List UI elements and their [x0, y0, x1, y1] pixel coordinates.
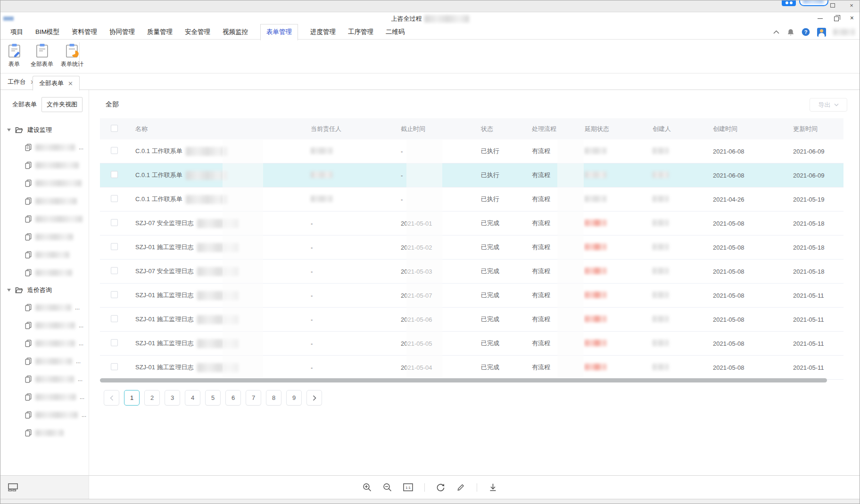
page-button-7[interactable]: 7	[246, 390, 261, 406]
tree-group-construction-supervision[interactable]: 建设监理	[0, 122, 89, 138]
app-close-button[interactable]: ×	[850, 14, 854, 22]
row-checkbox[interactable]	[111, 243, 118, 250]
help-icon[interactable]: ?	[802, 28, 810, 36]
all-forms-view-button[interactable]: 全部表单	[9, 98, 40, 112]
form-name-link[interactable]: C.0.1 工作联系单	[135, 147, 182, 155]
tree-item[interactable]	[0, 210, 89, 228]
row-checkbox[interactable]	[111, 339, 118, 346]
page-button-5[interactable]: 5	[205, 390, 221, 406]
row-checkbox[interactable]	[111, 171, 118, 178]
capture-tool-icon[interactable]	[782, 0, 796, 6]
table-row[interactable]: SZJ-01 施工监理日志 - 2021-05-04 已完成 有流程 2021-…	[100, 356, 843, 380]
table-row[interactable]: SZJ-07 安全监理日志 - 2021-05-01 已完成 有流程 2021-…	[100, 211, 843, 236]
page-button-9[interactable]: 9	[286, 390, 302, 406]
menu-item-safety-mgmt[interactable]: 安全管理	[185, 28, 210, 36]
tab-all-forms[interactable]: 全部表单 ✕	[33, 76, 80, 90]
menu-item-form-mgmt[interactable]: 表单管理	[260, 24, 298, 41]
form-name-link[interactable]: SZJ-01 施工监理日志	[135, 243, 194, 252]
app-minimize-button[interactable]	[818, 14, 823, 22]
tree-item[interactable]: ...	[0, 370, 89, 388]
form-name-link[interactable]: SZJ-07 安全监理日志	[135, 219, 194, 228]
folder-view-button[interactable]: 文件夹视图	[41, 97, 83, 112]
menu-item-project[interactable]: 项目	[10, 28, 23, 36]
caret-down-icon[interactable]	[7, 129, 11, 131]
capture-tool-button[interactable]	[799, 0, 828, 6]
tree-item[interactable]: ...	[0, 317, 89, 334]
row-checkbox[interactable]	[111, 363, 118, 370]
os-close-button[interactable]: ×	[848, 2, 855, 9]
row-checkbox[interactable]	[111, 195, 118, 202]
form-name-link[interactable]: SZJ-01 施工监理日志	[135, 315, 194, 324]
page-button-1[interactable]: 1	[124, 390, 140, 406]
table-row[interactable]: C.0.1 工作联系单 - 已执行 有流程 2021-06-08 2021-06…	[100, 139, 843, 163]
prev-page-button[interactable]	[104, 390, 119, 406]
menu-item-video-monitor[interactable]: 视频监控	[223, 28, 248, 36]
menu-item-process-mgmt[interactable]: 工序管理	[348, 28, 373, 36]
table-row[interactable]: SZJ-07 安全监理日志 - 2021-05-03 已完成 有流程 2021-…	[100, 260, 843, 284]
select-all-checkbox[interactable]	[111, 125, 118, 132]
form-name-link[interactable]: SZJ-01 施工监理日志	[135, 291, 194, 300]
page-button-4[interactable]: 4	[185, 390, 200, 406]
refresh-icon[interactable]	[436, 483, 445, 492]
tree-item[interactable]	[0, 424, 89, 442]
all-forms-button[interactable]: 全部表单	[31, 43, 53, 68]
row-checkbox[interactable]	[111, 267, 118, 274]
caret-down-icon[interactable]	[7, 289, 11, 292]
actual-size-icon[interactable]: 1:1	[403, 483, 413, 491]
export-button[interactable]: 导出	[810, 98, 847, 112]
page-button-2[interactable]: 2	[144, 390, 160, 406]
table-row[interactable]: SZJ-01 施工监理日志 - 2021-05-02 已完成 有流程 2021-…	[100, 236, 843, 260]
row-checkbox[interactable]	[111, 147, 118, 154]
tree-item[interactable]: ...	[0, 352, 89, 370]
horizontal-scrollbar[interactable]	[100, 378, 827, 382]
next-page-button[interactable]	[306, 390, 322, 406]
tree-item[interactable]	[0, 156, 89, 174]
tab-workbench[interactable]: 工作台 ✕	[8, 78, 35, 86]
form-name-link[interactable]: C.0.1 工作联系单	[135, 171, 182, 179]
form-button[interactable]: 表单	[5, 43, 23, 68]
menu-item-schedule-mgmt[interactable]: 进度管理	[310, 28, 336, 36]
table-row[interactable]: SZJ-01 施工监理日志 - 2021-05-05 已完成 有流程 2021-…	[100, 332, 843, 356]
menu-item-collab-mgmt[interactable]: 协同管理	[109, 28, 135, 36]
zoom-in-icon[interactable]	[363, 483, 372, 492]
row-checkbox[interactable]	[111, 291, 118, 298]
table-row-selected[interactable]: C.0.1 工作联系单 - 已执行 有流程 2021-06-08 2021-06…	[100, 163, 843, 187]
tree-item[interactable]: ...	[0, 138, 89, 156]
page-button-8[interactable]: 8	[266, 390, 281, 406]
tree-item[interactable]: ...	[0, 299, 89, 317]
table-row[interactable]: C.0.1 工作联系单 - 已执行 有流程 2021-04-26 2021-05…	[100, 187, 843, 211]
table-row[interactable]: SZJ-01 施工监理日志 - 2021-05-06 已完成 有流程 2021-…	[100, 308, 843, 332]
tree-group-cost-consulting[interactable]: 造价咨询	[0, 282, 89, 299]
zoom-out-icon[interactable]	[383, 483, 392, 492]
page-button-3[interactable]: 3	[165, 390, 180, 406]
tree-item[interactable]	[0, 174, 89, 192]
form-name-link[interactable]: SZJ-01 施工监理日志	[135, 363, 194, 372]
page-button-6[interactable]: 6	[225, 390, 241, 406]
form-name-link[interactable]: C.0.1 工作联系单	[135, 195, 182, 203]
tree-item[interactable]: ...	[0, 388, 89, 406]
row-checkbox[interactable]	[111, 315, 118, 322]
collapse-ribbon-icon[interactable]	[773, 30, 780, 34]
tree-item[interactable]	[0, 192, 89, 210]
form-stats-button[interactable]: 表单统计	[61, 43, 83, 68]
os-maximize-button[interactable]	[829, 2, 836, 9]
menu-item-document-mgmt[interactable]: 资料管理	[72, 28, 97, 36]
table-row[interactable]: SZJ-01 施工监理日志 - 2021-05-07 已完成 有流程 2021-…	[100, 284, 843, 308]
edit-icon[interactable]	[456, 483, 465, 492]
tree-item[interactable]	[0, 264, 89, 282]
bell-icon[interactable]	[787, 28, 794, 36]
tab-all-forms-close-icon[interactable]: ✕	[68, 80, 73, 87]
menu-item-quality-mgmt[interactable]: 质量管理	[147, 28, 173, 36]
form-name-link[interactable]: SZJ-01 施工监理日志	[135, 339, 194, 348]
download-icon[interactable]	[488, 483, 497, 492]
app-restore-button[interactable]	[834, 16, 839, 21]
menu-item-bim-model[interactable]: BIM模型	[35, 28, 59, 36]
tree-item[interactable]	[0, 228, 89, 246]
menu-item-qrcode[interactable]: 二维码	[386, 28, 405, 36]
monitor-icon[interactable]	[8, 483, 18, 491]
tree-item[interactable]: ...	[0, 406, 89, 424]
user-avatar[interactable]	[817, 28, 826, 37]
tree-item[interactable]: ...	[0, 334, 89, 352]
tree-item[interactable]	[0, 246, 89, 264]
form-name-link[interactable]: SZJ-07 安全监理日志	[135, 267, 194, 276]
